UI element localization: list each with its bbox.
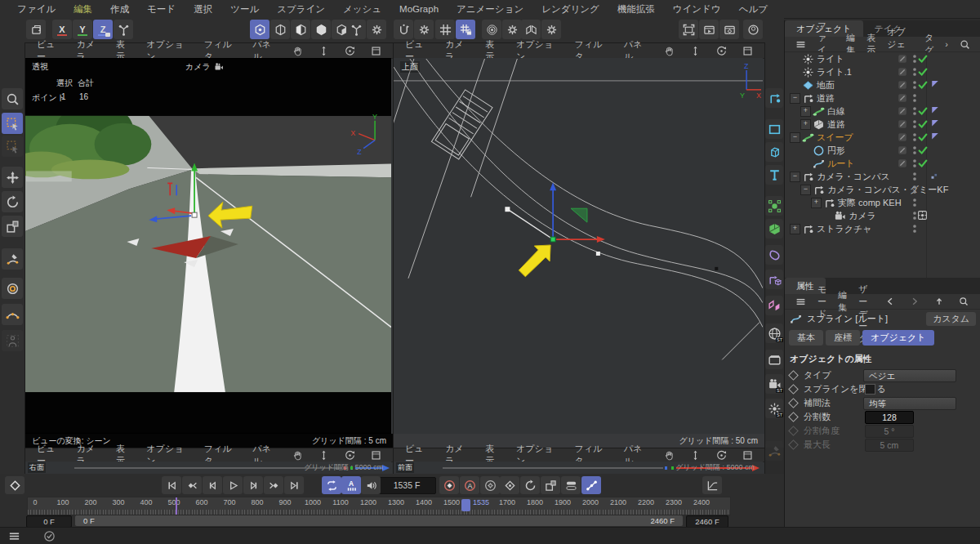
tree-row-円形[interactable]: 円形 xyxy=(785,144,980,157)
timeline-ruler[interactable]: 0100200300400500600700800900100011001200… xyxy=(27,497,731,515)
circle-primitive-tool[interactable] xyxy=(2,278,23,299)
enabled-check-icon[interactable] xyxy=(917,105,929,117)
history-back-icon[interactable] xyxy=(880,297,901,306)
range-start-field[interactable]: 0 F xyxy=(26,515,72,528)
expander-icon[interactable]: + xyxy=(800,106,811,117)
edit-toggle-icon[interactable] xyxy=(897,66,908,78)
expander-icon[interactable]: + xyxy=(811,198,822,208)
add-generator-button[interactable] xyxy=(765,219,783,239)
preview-range-slider[interactable]: 0 F 2460 F xyxy=(75,515,683,526)
maximize-icon[interactable] xyxy=(364,450,388,461)
add-cloner-button[interactable] xyxy=(765,296,783,315)
render-view-button[interactable] xyxy=(679,20,698,39)
enabled-check-icon[interactable] xyxy=(917,118,929,130)
edit-toggle-icon[interactable] xyxy=(897,132,908,143)
goto-start-button[interactable] xyxy=(162,476,181,494)
attr-search-icon[interactable] xyxy=(953,297,974,306)
orbit-icon[interactable] xyxy=(710,46,733,56)
menu-7[interactable]: メッシュ xyxy=(334,3,390,16)
x-axis-lock[interactable]: X xyxy=(52,20,72,39)
coordinate-system-toggle[interactable] xyxy=(114,20,133,39)
symmetry-button[interactable] xyxy=(521,20,541,39)
viewport-top[interactable]: ビューカメラ表示オプションフィルタパネル xyxy=(393,42,765,449)
pan-icon[interactable] xyxy=(657,450,681,461)
dolly-icon[interactable] xyxy=(684,450,707,461)
spline-pen-tool[interactable] xyxy=(2,248,23,270)
om-search-icon[interactable] xyxy=(954,39,976,50)
pan-icon[interactable] xyxy=(286,46,310,56)
play-button[interactable] xyxy=(223,476,243,494)
range-end-field[interactable]: 2460 F xyxy=(686,515,728,528)
keyframe-settings-button[interactable] xyxy=(480,476,500,494)
camera-view-toggle-icon[interactable] xyxy=(917,210,928,221)
edit-toggle-icon[interactable] xyxy=(897,105,908,117)
menu-11[interactable]: 機能拡張 xyxy=(608,3,664,16)
add-null-button[interactable] xyxy=(765,88,783,108)
key-pla-toggle[interactable] xyxy=(581,476,601,494)
visibility-dots-icon[interactable] xyxy=(909,92,920,104)
tag-flag-icon[interactable] xyxy=(930,79,940,89)
key-rotation-toggle[interactable] xyxy=(520,476,540,494)
sound-toggle[interactable] xyxy=(361,476,381,494)
expander-icon[interactable]: − xyxy=(800,185,811,195)
up-level-icon[interactable] xyxy=(929,297,950,306)
prev-frame-button[interactable] xyxy=(203,476,222,494)
pan-icon[interactable] xyxy=(286,450,310,461)
autokey-toggle[interactable]: A xyxy=(460,476,479,494)
tag-flag-icon[interactable] xyxy=(930,132,940,141)
maximize-icon[interactable] xyxy=(364,46,388,56)
tag-flag-icon[interactable] xyxy=(930,118,940,128)
menu-12[interactable]: ウインドウ xyxy=(664,3,730,16)
menu-4[interactable]: 選択 xyxy=(185,3,221,16)
mode-polygons[interactable] xyxy=(311,20,331,39)
expander-icon[interactable]: + xyxy=(790,224,800,234)
scale-tool[interactable] xyxy=(2,216,23,237)
rotate-tool[interactable] xyxy=(2,191,23,212)
orbit-icon[interactable] xyxy=(710,450,733,461)
history-forward-icon[interactable] xyxy=(904,297,925,306)
add-sky-button[interactable]: ST xyxy=(765,323,783,343)
menu-9[interactable]: アニメーション xyxy=(448,3,532,16)
orbit-icon[interactable] xyxy=(338,46,362,56)
edit-toggle-icon[interactable] xyxy=(897,79,908,91)
record-keyframe-button[interactable] xyxy=(439,476,459,494)
enabled-check-icon[interactable] xyxy=(917,158,929,169)
tree-row-スイープ[interactable]: −スイープ xyxy=(785,131,980,144)
tree-row-実際 comp KEH[interactable]: +実際 comp KEH xyxy=(785,196,980,209)
maximize-icon[interactable] xyxy=(736,450,760,461)
live-selection-tool[interactable] xyxy=(2,113,23,134)
mode-tweak[interactable] xyxy=(250,20,270,39)
key-position-toggle[interactable] xyxy=(500,476,519,494)
visibility-dots-icon[interactable] xyxy=(909,197,920,208)
viewport-left-canvas[interactable]: Y X Z 透視 カメラ 選択 合計 ポイント 1 16 xyxy=(25,58,391,434)
falloff-button[interactable] xyxy=(482,20,501,39)
mode-points[interactable] xyxy=(270,20,290,39)
next-frame-button[interactable] xyxy=(243,476,263,494)
menu-13[interactable]: ヘルプ xyxy=(730,3,777,16)
attr-dropdown-タイプ[interactable]: ベジエ xyxy=(863,369,956,382)
render-settings-button[interactable] xyxy=(719,20,739,39)
edit-toggle-icon[interactable] xyxy=(897,92,908,104)
viewport-right-canvas[interactable]: Z X Y 上面 xyxy=(394,58,763,434)
visibility-dots-icon[interactable] xyxy=(909,223,920,234)
attr-tab-座標[interactable]: 座標 xyxy=(826,330,860,346)
key-parameter-toggle[interactable] xyxy=(561,476,581,494)
add-volume-button[interactable] xyxy=(765,270,783,289)
next-key-button[interactable] xyxy=(264,476,283,494)
visibility-dots-icon[interactable] xyxy=(909,184,920,195)
symmetry-settings-button[interactable] xyxy=(541,20,561,39)
play-mode-toggle[interactable]: A xyxy=(341,476,361,494)
keyframe-diamond-button[interactable] xyxy=(5,476,24,494)
add-spline-button[interactable] xyxy=(765,119,783,139)
interactive-render-button[interactable] xyxy=(743,20,763,39)
figure-tool[interactable] xyxy=(2,330,23,351)
pan-icon[interactable] xyxy=(657,46,681,56)
tree-row-ストラクチャ[interactable]: +ストラクチャ xyxy=(785,222,980,235)
dolly-icon[interactable] xyxy=(684,46,707,56)
y-axis-lock[interactable]: Y xyxy=(73,20,92,39)
menu-5[interactable]: ツール xyxy=(221,3,268,16)
axis-settings-button[interactable] xyxy=(367,20,386,39)
tree-row-道路[interactable]: +道路 xyxy=(785,118,980,131)
z-axis-lock[interactable]: Z xyxy=(93,20,113,39)
menu-1[interactable]: 編集 xyxy=(65,3,101,16)
